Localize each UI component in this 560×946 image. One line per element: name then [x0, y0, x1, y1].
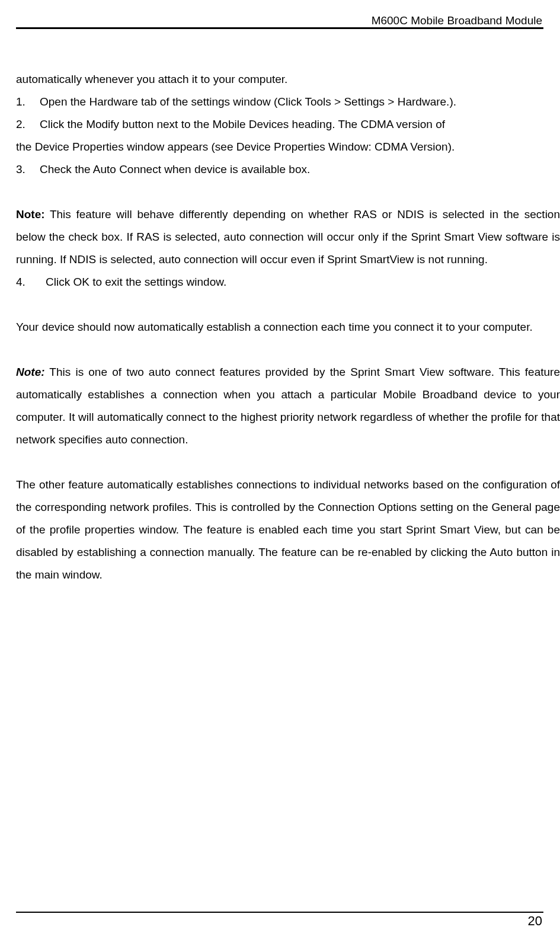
note-2: Note: This is one of two auto connect fe… [16, 361, 560, 451]
paragraph-intro: automatically whenever you attach it to … [16, 68, 560, 91]
list-text: Click the Modify button next to the Mobi… [40, 118, 445, 130]
paragraph-other-feature: The other feature automatically establis… [16, 474, 560, 586]
list-text: Open the Hardware tab of the settings wi… [40, 95, 456, 108]
note-label: Note: [16, 366, 45, 378]
list-number: 3. [16, 158, 40, 181]
paragraph-result: Your device should now automatically est… [16, 316, 560, 338]
note-text: This is one of two auto connect features… [16, 366, 560, 446]
list-number: 2. [16, 113, 40, 136]
list-number: 4. [16, 271, 46, 293]
list-item-2: 2.Click the Modify button next to the Mo… [16, 113, 560, 136]
list-item-2-cont: the Device Properties window appears (se… [16, 136, 560, 158]
list-text: Check the Auto Connect when device is av… [40, 163, 310, 175]
header-divider [16, 27, 543, 29]
list-item-4: 4.Click OK to exit the settings window. [16, 271, 560, 293]
list-item-3: 3.Check the Auto Connect when device is … [16, 158, 560, 181]
note-1: Note: This feature will behave different… [16, 203, 560, 271]
list-number: 1. [16, 91, 40, 113]
note-text: This feature will behave differently dep… [16, 208, 560, 266]
list-item-1: 1.Open the Hardware tab of the settings … [16, 91, 560, 113]
document-body: automatically whenever you attach it to … [16, 68, 560, 586]
footer-divider [16, 912, 543, 913]
note-label: Note: [16, 208, 45, 220]
page-number: 20 [528, 908, 542, 934]
list-text: Click OK to exit the settings window. [46, 276, 226, 288]
